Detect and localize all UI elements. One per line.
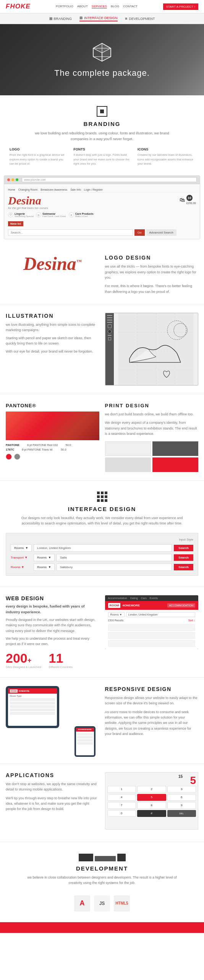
web-desc2: Proudly designed in the UK, our websites… (6, 617, 99, 634)
interface-desc: Our designs not only look beautiful, the… (20, 515, 184, 526)
apps-desc: We don't stop at websites, we apply the … (6, 781, 99, 792)
app-key-del[interactable]: DEL (167, 810, 196, 817)
search-row-2: Transport ▼ Rooms ▼ Salia Search (11, 554, 193, 561)
app-key-9[interactable]: 9 (167, 802, 196, 809)
app-key-2[interactable]: 2 (137, 786, 166, 793)
nav-blog[interactable]: BLOG (111, 5, 119, 8)
illus-image-area (105, 313, 199, 385)
location-input-2[interactable]: Salia (57, 554, 172, 561)
rooms-label[interactable]: Rooms ▼ (11, 565, 32, 569)
start-project-button[interactable]: START A PROJECT › (163, 3, 198, 10)
app-key-8[interactable]: 8 (137, 802, 166, 809)
wm-sort[interactable]: Sort ↕ (188, 619, 195, 622)
web-design-section: WEB DESIGN every design is bespoke, fuel… (0, 587, 204, 677)
development-section: DEVELOPMENT we believe in close collabor… (0, 842, 204, 922)
search-row: Go Advanced Search (8, 229, 176, 236)
nav-portfolio[interactable]: PORTFOLIO (56, 5, 73, 8)
app-key-3[interactable]: 3 (167, 786, 196, 793)
app-key-7[interactable]: 7 (107, 802, 136, 809)
nav-contact[interactable]: CONTACT (123, 5, 138, 8)
pantone-label2: 8 pt PANTONE Trans W. (22, 448, 53, 451)
search-btn-1[interactable]: Search (174, 545, 193, 551)
site-logo: Desina (8, 195, 176, 206)
nav-services[interactable]: SERVICES (92, 5, 107, 8)
sub-nav-branding[interactable]: ⊞ BRANDING (49, 16, 72, 21)
rooms-select-2[interactable]: Rooms ▼ (34, 554, 55, 561)
logo-col-title: LOGO (10, 147, 66, 151)
app-key-hash[interactable]: # (137, 810, 166, 817)
stat-sites: 200+ Sites Designed & Launched (6, 652, 41, 669)
fonts-col-title: FONTS (73, 147, 130, 151)
pantone-code2: 1787C (6, 448, 14, 451)
rooms-select-3[interactable]: Rooms ▼ (34, 564, 55, 571)
hero-section: The complete package. (0, 24, 204, 95)
nav-links: PORTFOLIO ABOUT SERVICES BLOG CONTACT (56, 5, 138, 8)
cube-icon (92, 41, 113, 62)
web-title: WEB DESIGN (6, 595, 99, 601)
logo-design-text: LOGO DESIGN we use all the tricks — from… (105, 255, 199, 294)
rooms-select-1[interactable]: Rooms ▼ (11, 544, 32, 552)
search-btn-3[interactable]: Search (174, 564, 193, 570)
illustration-section: ILLUSTRATION we love illustrating, anyth… (0, 304, 204, 394)
icons-col-title: ICONS (138, 147, 194, 151)
site-nav-login[interactable]: Login / Register (84, 188, 103, 191)
nav-about[interactable]: ABOUT (77, 5, 88, 8)
logo-col-text: From the right font to a graphical devic… (10, 153, 66, 166)
icons-col-text: Created by our talented team of illustra… (138, 153, 194, 166)
cart-icon: 🛍 (180, 197, 185, 203)
sub-nav-interface[interactable]: ⊞ INTERFACE DESIGN (79, 16, 118, 21)
logo-design-title: LOGO DESIGN (105, 255, 199, 261)
app-key-4[interactable]: 4 (107, 794, 136, 801)
wm-cars[interactable]: Cars (141, 597, 147, 599)
logo-design-desc2: For most, this is where it begins. There… (105, 283, 199, 294)
pantone-print-section: PANTONE® PANTONE 8 pt PANTONE Red 032 50… (0, 394, 204, 480)
applications-section: APPLICATIONS We don't stop at websites, … (0, 764, 204, 842)
search-mockup: Input Style Rooms ▼ London, United Kingd… (6, 533, 198, 576)
tech-logos: A JS HTML5 (6, 895, 198, 911)
site-nav-changing[interactable]: Changing Room (18, 188, 38, 191)
app-key-6[interactable]: 6 (167, 794, 196, 801)
app-key-0[interactable]: 0 (107, 810, 136, 817)
fonts-col-text: It doesn't stop with just a logo. Fonts … (73, 153, 130, 166)
dev-bars-icon (6, 853, 198, 861)
cat-lingerie[interactable]: ♡ Lingerie Something Special (8, 212, 34, 217)
red-bottom-banner (0, 922, 204, 933)
location-input-1[interactable]: London, United Kingdom (34, 544, 172, 552)
site-nav-home[interactable]: Home (8, 188, 15, 191)
hero-title: The complete package. (8, 68, 196, 78)
site-nav-breastcare[interactable]: Breastcare Awareness (40, 188, 67, 191)
sub-nav-development[interactable]: ≡ DEVELOPMENT (125, 16, 155, 21)
wm-rooms-select[interactable]: Rooms ▼ (108, 612, 125, 617)
devices-area: ROOM 4ONEMORE Room Type (6, 686, 99, 755)
branding-col-icons: ICONS Created by our talented team of il… (136, 147, 196, 166)
cat-care[interactable]: ○ Care Products Make it Last (69, 212, 94, 217)
site-nav-sale[interactable]: Sale Info (70, 188, 81, 191)
browser-content: Home Changing Room Breastcare Awareness … (4, 184, 200, 239)
logo-design-section: Desina™ LOGO DESIGN we use all the trick… (0, 245, 204, 304)
wm-location-input[interactable]: London, United Kingdom (126, 612, 195, 617)
wm-accommodation[interactable]: Accommodation (108, 597, 127, 599)
cart-price: £299.99 (186, 202, 196, 204)
apps-text: APPLICATIONS We don't stop at websites, … (6, 772, 99, 812)
pantone-val1: 50:0 (66, 443, 71, 447)
logo[interactable]: FHOKE (6, 3, 31, 10)
illus-desc2: Starting with pencil and paper we sketch… (6, 335, 99, 346)
cat-swimwear[interactable]: ○ Swimwear Feel Good. Look Great. (36, 212, 66, 217)
search-input[interactable] (8, 229, 133, 236)
go-button[interactable]: Go (134, 229, 145, 236)
pantone-area: PANTONE® PANTONE 8 pt PANTONE Red 032 50… (6, 403, 99, 460)
wm-dating[interactable]: Dating (130, 597, 138, 599)
app-key-5[interactable]: 5 (137, 794, 166, 801)
branding-icon (97, 106, 107, 117)
location-input-3[interactable]: Salisbury (57, 564, 172, 571)
print-design-area: PRINT DESIGN we don't just build brands … (105, 403, 199, 472)
wm-events[interactable]: Events (150, 597, 158, 599)
pantone-val2: 50.0 (61, 448, 66, 451)
desina-logo: Desina™ (23, 253, 82, 274)
search-btn-2[interactable]: Search (174, 554, 193, 561)
logo-angular: A (74, 895, 90, 911)
stat-countries: 11 Different Countries (49, 652, 73, 669)
advanced-search-button[interactable]: Advanced Search (146, 229, 176, 236)
branding-desc: we love building and rebuilding brands. … (29, 130, 175, 142)
app-key-1[interactable]: 1 (107, 786, 136, 793)
